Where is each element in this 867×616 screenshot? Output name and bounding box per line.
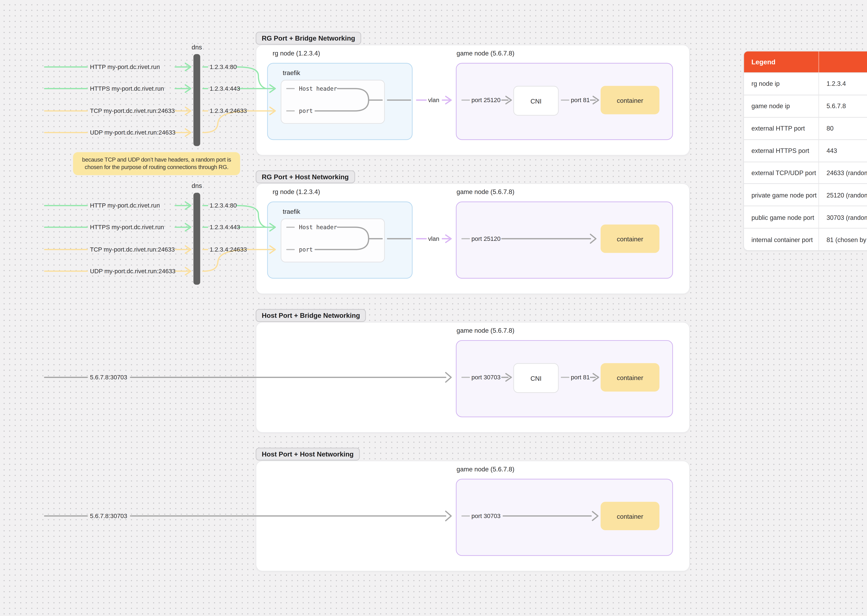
legend-cell: 1.2.3.4 [819, 72, 867, 94]
arrow-right-icon [185, 246, 191, 253]
dns2-in-http: HTTP my-port.dc.rivet.run [90, 201, 160, 210]
arrow-right-icon [185, 85, 191, 93]
section-title-host-bridge: Host Port + Bridge Networking [256, 309, 366, 322]
dns2-out-443: 1.2.3.4:443 [210, 223, 240, 231]
dns-label-2: dns [183, 182, 210, 190]
rg-node-label-2: rg node (1.2.3.4) [273, 188, 320, 196]
legend-cell: 5.6.7.8 [819, 95, 867, 117]
cni-box-1: CNI [513, 86, 559, 116]
port-in-label-4: port 30703 [471, 512, 501, 520]
game-node-label-2: game node (5.6.7.8) [457, 188, 515, 196]
vlan-label-1: vlan [428, 96, 439, 104]
rule-host-header-2: Host header [299, 223, 337, 231]
port-out-label-3: port 81 [571, 373, 590, 382]
vlan-label-2: vlan [428, 234, 439, 243]
arrow-right-icon [185, 129, 191, 136]
traefik-label-2: traefik [283, 207, 300, 216]
rule-host-header-1: Host header [299, 85, 337, 93]
section-title-host-host: Host Port + Host Networking [256, 448, 360, 460]
game-node-label-4: game node (5.6.7.8) [457, 465, 515, 473]
legend-cell: 443 [819, 139, 867, 161]
legend-cell: 30703 (randomly chosen per configured ho… [819, 206, 867, 228]
dns2-out-24633: 1.2.3.4:24633 [210, 245, 247, 254]
dns-bar-1 [193, 54, 200, 146]
legend-cell: private game node port [744, 184, 819, 206]
legend-cell: game node ip [744, 95, 819, 117]
game-node-label-3: game node (5.6.7.8) [457, 327, 515, 335]
game-node-label-1: game node (5.6.7.8) [457, 49, 515, 58]
dns1-in-udp: UDP my-port.dc.rivet.run:24633 [90, 129, 176, 137]
port-in-label-1: port 25120 [471, 96, 501, 104]
tcp-udp-note: because TCP and UDP don’t have headers, … [73, 152, 240, 175]
dns-bar-2 [193, 193, 200, 285]
container-box-1: container [601, 86, 660, 114]
container-box-4: container [601, 502, 660, 530]
arrow-right-icon [185, 267, 191, 275]
traefik-label-1: traefik [283, 69, 300, 77]
note-line-1: because TCP and UDP don’t have headers, … [82, 156, 231, 163]
dns1-in-https: HTTPS my-port.dc.rivet.run [90, 85, 164, 93]
dns1-in-http: HTTP my-port.dc.rivet.run [90, 63, 160, 71]
diagram-canvas: RG Port + Bridge Networking RG Port + Ho… [0, 0, 867, 616]
arrow-right-icon [185, 63, 191, 71]
legend-cell: 25120 (randomly chosen per configured GG… [819, 184, 867, 206]
container-box-2: container [601, 225, 660, 253]
arrow-right-icon [185, 223, 191, 231]
port-in-label-2: port 25120 [471, 234, 501, 243]
legend-cell: 81 (chosen by user) [819, 228, 867, 250]
dns1-in-tcp: TCP my-port.dc.rivet.run:24633 [90, 107, 175, 115]
dns1-out-443: 1.2.3.4:443 [210, 85, 240, 93]
legend-cell: external HTTP port [744, 117, 819, 139]
legend-cell: public game node port [744, 206, 819, 228]
legend-header-col1: Legend [744, 51, 819, 72]
legend-cell: internal container port [744, 228, 819, 250]
section-title-rg-host: RG Port + Host Networking [256, 170, 355, 183]
dns2-in-udp: UDP my-port.dc.rivet.run:24633 [90, 267, 176, 275]
diagram-viewport: RG Port + Bridge Networking RG Port + Ho… [0, 0, 867, 616]
dns2-out-80: 1.2.3.4:80 [210, 201, 237, 210]
port-out-label-1: port 81 [571, 96, 590, 104]
cni-box-3: CNI [513, 363, 559, 393]
rule-port-2: port [299, 245, 313, 254]
dns-label-1: dns [183, 43, 210, 52]
legend-cell: external HTTPS port [744, 139, 819, 161]
legend-cell: 80 [819, 117, 867, 139]
arrow-right-icon [185, 107, 191, 115]
source-label-3: 5.6.7.8:30703 [90, 373, 127, 382]
legend-table: Legend Range rg node ip 1.2.3.4 game nod… [743, 51, 867, 251]
dns1-out-80: 1.2.3.4:80 [210, 63, 237, 71]
legend-cell: rg node ip [744, 72, 819, 94]
port-in-label-3: port 30703 [471, 373, 501, 382]
legend-cell: external TCP/UDP port [744, 162, 819, 184]
arrow-right-icon [185, 202, 191, 209]
dns1-out-24633: 1.2.3.4:24633 [210, 107, 247, 115]
rule-port-1: port [299, 107, 313, 115]
rg-node-label-1: rg node (1.2.3.4) [273, 49, 320, 58]
dns2-in-https: HTTPS my-port.dc.rivet.run [90, 223, 164, 231]
source-label-4: 5.6.7.8:30703 [90, 512, 127, 520]
note-line-2: chosen for the purpose of routing connec… [85, 163, 228, 171]
legend-cell: 24633 (randomly chosen per configured po… [819, 162, 867, 184]
dns2-in-tcp: TCP my-port.dc.rivet.run:24633 [90, 245, 175, 254]
container-box-3: container [601, 363, 660, 392]
legend-header-col2 [819, 51, 867, 72]
section-title-rg-bridge: RG Port + Bridge Networking [256, 32, 361, 44]
